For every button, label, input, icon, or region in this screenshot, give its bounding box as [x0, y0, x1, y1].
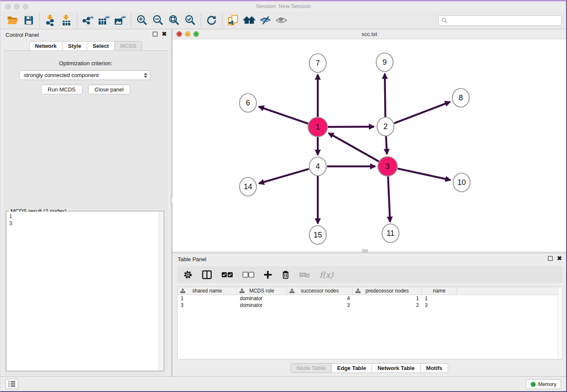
select-all-button[interactable]: [221, 272, 233, 278]
cell-shared-name[interactable]: 3: [178, 302, 237, 309]
splitter-handle[interactable]: [362, 249, 368, 253]
float-panel-icon[interactable]: [153, 32, 157, 36]
import-network-button[interactable]: [42, 13, 58, 28]
delete-column-button[interactable]: [281, 270, 290, 279]
export-table-button[interactable]: [96, 13, 112, 28]
edge-3-1[interactable]: [328, 133, 379, 161]
cell-name[interactable]: 1: [422, 295, 457, 302]
table-row[interactable]: 1dominator411: [178, 295, 562, 302]
duplicate-network-icon: [228, 14, 239, 26]
float-panel-icon[interactable]: [548, 256, 553, 261]
criterion-select[interactable]: strongly connected component: [19, 70, 150, 80]
zoom-selected-button[interactable]: [182, 13, 198, 28]
gear-icon: [183, 270, 193, 279]
save-floppy-icon: [24, 16, 33, 25]
column-sort-icon[interactable]: [355, 289, 361, 293]
table-panel: Table Panel ✖: [173, 254, 566, 376]
mcds-result-text: 1 3: [7, 212, 163, 229]
optimization-criterion-label: Optimization criterion:: [4, 60, 168, 66]
edge-3-10[interactable]: [397, 168, 450, 180]
cell-successor-nodes[interactable]: 4: [287, 295, 353, 302]
cell-MCDS-role[interactable]: dominator: [237, 302, 287, 309]
edge-1-2[interactable]: [328, 127, 374, 127]
cell-name[interactable]: 3: [422, 302, 457, 309]
delete-table-button[interactable]: [299, 271, 310, 278]
zoom-in-button[interactable]: [134, 13, 150, 28]
close-panel-icon[interactable]: ✖: [162, 32, 167, 36]
export-network-icon: [83, 15, 94, 26]
column-sort-icon[interactable]: [289, 289, 295, 293]
import-table-button[interactable]: [58, 13, 74, 28]
tab-network-table[interactable]: Network Table: [372, 363, 421, 373]
table-row[interactable]: 3dominator323: [178, 302, 562, 309]
control-panel-tabs: Network Style Select MCDS: [0, 41, 171, 51]
network-canvas[interactable]: 7968124314101511: [173, 39, 566, 252]
import-table-icon: [61, 15, 72, 26]
import-network-icon: [45, 15, 55, 26]
hide-panel-button[interactable]: [257, 13, 273, 28]
open-session-button[interactable]: [5, 13, 21, 28]
zoom-fit-button[interactable]: [166, 13, 182, 28]
mcds-tab-content: Optimization criterion: strongly connect…: [4, 50, 168, 376]
column-sort-icon[interactable]: [180, 289, 185, 293]
network-graph[interactable]: 7968124314101511: [173, 39, 567, 252]
home-layout-button[interactable]: [241, 13, 257, 28]
toolbar-separator: [222, 14, 223, 27]
tab-edge-table[interactable]: Edge Table: [332, 363, 372, 373]
save-session-button[interactable]: [21, 13, 37, 28]
mcds-result-area[interactable]: 1 3: [7, 212, 163, 370]
column-label: predecessor nodes: [366, 288, 409, 294]
add-column-button[interactable]: [264, 271, 272, 279]
cell-successor-nodes[interactable]: 3: [287, 302, 353, 309]
zoom-in-icon: [136, 15, 147, 26]
node-table[interactable]: shared nameMCDS rolesuccessor nodesprede…: [177, 287, 563, 359]
edge-2-9[interactable]: [385, 74, 385, 117]
cell-predecessor-nodes[interactable]: 1: [353, 295, 422, 302]
edge-3-11[interactable]: [388, 177, 390, 222]
close-panel-icon[interactable]: ✖: [557, 256, 562, 261]
search-field[interactable]: [438, 15, 562, 26]
run-mcds-button[interactable]: Run MCDS: [41, 85, 83, 94]
column-layout-button[interactable]: [202, 270, 212, 279]
tab-node-table[interactable]: Node Table: [291, 363, 332, 373]
tab-select[interactable]: Select: [87, 41, 115, 51]
duplicate-network-button[interactable]: [225, 13, 241, 28]
column-header-MCDS-role[interactable]: MCDS role: [237, 287, 287, 295]
table-settings-button[interactable]: [183, 270, 193, 279]
table-scrollbar[interactable]: [558, 287, 562, 359]
tab-network[interactable]: Network: [29, 41, 63, 51]
result-scrollbar[interactable]: [159, 212, 163, 370]
cell-MCDS-role[interactable]: dominator: [237, 295, 287, 302]
tab-mcds[interactable]: MCDS: [115, 41, 142, 51]
close-panel-button[interactable]: Close panel: [88, 85, 131, 94]
column-header-predecessor-nodes[interactable]: predecessor nodes: [353, 287, 422, 295]
edge-2-3[interactable]: [386, 136, 387, 154]
function-builder-button[interactable]: f(x): [319, 270, 333, 279]
column-sort-icon[interactable]: [239, 289, 245, 293]
node-label-14: 14: [244, 182, 252, 191]
deselect-all-button[interactable]: [242, 272, 254, 278]
task-history-button[interactable]: [6, 379, 18, 389]
tab-motifs[interactable]: Motifs: [421, 363, 448, 373]
search-input[interactable]: [449, 17, 559, 24]
show-panel-button[interactable]: [273, 13, 289, 28]
export-network-button[interactable]: [80, 13, 96, 28]
edge-2-8[interactable]: [394, 102, 450, 124]
checked-boxes-icon: [221, 272, 233, 278]
export-image-button[interactable]: [112, 13, 128, 28]
toolbar-separator: [77, 14, 77, 27]
cell-shared-name[interactable]: 1: [178, 295, 237, 302]
column-header-filler: [457, 287, 562, 295]
tab-style[interactable]: Style: [63, 41, 87, 51]
edge-1-6[interactable]: [259, 107, 308, 124]
column-header-shared-name[interactable]: shared name: [178, 287, 237, 295]
zoom-selected-icon: [184, 15, 195, 26]
column-header-successor-nodes[interactable]: successor nodes: [287, 287, 353, 295]
zoom-out-button[interactable]: [150, 13, 166, 28]
cell-predecessor-nodes[interactable]: 2: [353, 302, 422, 309]
edge-4-14[interactable]: [259, 169, 309, 183]
refresh-network-button[interactable]: [204, 13, 220, 28]
status-bar: Memory: [0, 376, 566, 391]
column-header-name[interactable]: name: [422, 287, 457, 295]
memory-button[interactable]: Memory: [526, 379, 561, 389]
